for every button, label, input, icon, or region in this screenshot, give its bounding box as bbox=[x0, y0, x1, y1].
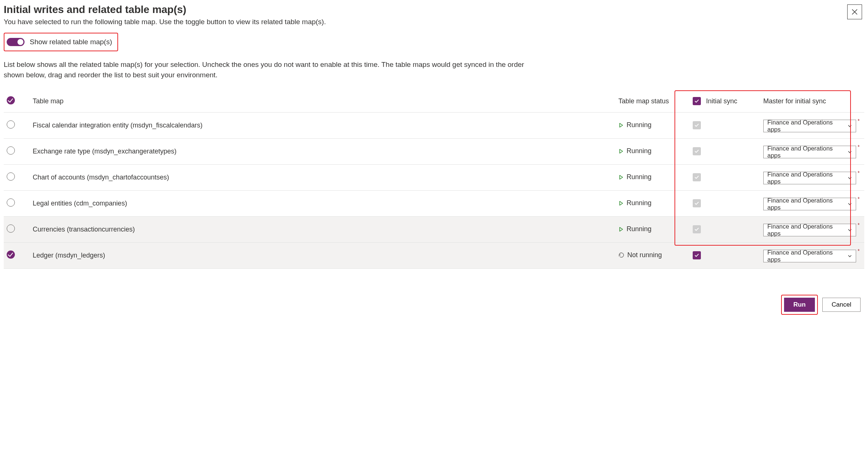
chevron-down-icon bbox=[848, 124, 852, 128]
cancel-button[interactable]: Cancel bbox=[822, 298, 861, 312]
master-select-value: Finance and Operations apps bbox=[767, 223, 845, 237]
master-select-value: Finance and Operations apps bbox=[767, 145, 845, 159]
table-row: Chart of accounts (msdyn_chartofaccounts… bbox=[4, 165, 864, 191]
table-row: Fiscal calendar integration entity (msdy… bbox=[4, 113, 864, 139]
row-select-radio[interactable] bbox=[7, 224, 15, 233]
initial-sync-checkbox bbox=[693, 173, 701, 181]
master-select-value: Finance and Operations apps bbox=[767, 119, 845, 133]
initial-sync-checkbox bbox=[693, 199, 701, 207]
col-master: Master for initial sync bbox=[760, 90, 864, 113]
not-running-icon bbox=[618, 252, 624, 258]
required-asterisk: * bbox=[858, 171, 859, 175]
select-all-radio[interactable] bbox=[7, 96, 15, 104]
row-status: Running bbox=[618, 225, 651, 233]
initial-sync-checkbox bbox=[693, 147, 701, 155]
play-icon bbox=[618, 123, 624, 128]
table-header-row: Table map Table map status Initial sync … bbox=[4, 90, 864, 113]
description: List below shows all the related table m… bbox=[4, 59, 546, 80]
dialog: Initial writes and related table map(s) … bbox=[4, 4, 864, 315]
row-name: Legal entities (cdm_companies) bbox=[30, 191, 615, 217]
toggle-label: Show related table map(s) bbox=[30, 38, 112, 46]
initial-sync-header-checkbox[interactable] bbox=[693, 97, 701, 105]
required-asterisk: * bbox=[858, 249, 859, 253]
row-status: Running bbox=[618, 199, 651, 207]
play-icon bbox=[618, 227, 624, 232]
table-wrap: Table map Table map status Initial sync … bbox=[4, 90, 864, 269]
master-select[interactable]: Finance and Operations apps bbox=[763, 224, 856, 236]
chevron-down-icon bbox=[848, 150, 852, 154]
initial-sync-checkbox bbox=[693, 225, 701, 233]
status-text: Running bbox=[627, 173, 651, 181]
col-initial-sync: Initial sync bbox=[706, 97, 737, 105]
status-text: Running bbox=[627, 121, 651, 129]
row-status: Running bbox=[618, 121, 651, 129]
master-select[interactable]: Finance and Operations apps bbox=[763, 146, 856, 158]
row-select-radio[interactable] bbox=[7, 120, 15, 129]
chevron-down-icon bbox=[848, 228, 852, 232]
status-text: Running bbox=[627, 225, 651, 233]
row-name: Currencies (transactioncurrencies) bbox=[30, 217, 615, 243]
row-select-radio[interactable] bbox=[7, 172, 15, 181]
row-status: Running bbox=[618, 147, 651, 155]
status-text: Running bbox=[627, 199, 651, 207]
row-status: Not running bbox=[618, 251, 662, 259]
row-name: Ledger (msdyn_ledgers) bbox=[30, 243, 615, 269]
master-select-value: Finance and Operations apps bbox=[767, 197, 845, 211]
master-select[interactable]: Finance and Operations apps bbox=[763, 120, 856, 132]
show-related-toggle[interactable] bbox=[7, 38, 25, 46]
table-row: Currencies (transactioncurrencies)Runnin… bbox=[4, 217, 864, 243]
play-icon bbox=[618, 175, 624, 180]
row-status: Running bbox=[618, 173, 651, 181]
required-asterisk: * bbox=[858, 223, 859, 227]
required-asterisk: * bbox=[858, 119, 859, 123]
row-select-radio[interactable] bbox=[7, 146, 15, 155]
row-name: Exchange rate type (msdyn_exchangeratety… bbox=[30, 139, 615, 165]
play-icon bbox=[618, 149, 624, 154]
chevron-down-icon bbox=[848, 176, 852, 180]
row-select-radio[interactable] bbox=[7, 250, 15, 259]
dialog-title: Initial writes and related table map(s) bbox=[4, 4, 864, 16]
table-row: Legal entities (cdm_companies)RunningFin… bbox=[4, 191, 864, 217]
footer: Run Cancel bbox=[4, 295, 864, 315]
play-icon bbox=[618, 201, 624, 206]
master-select[interactable]: Finance and Operations apps bbox=[763, 172, 856, 184]
status-text: Running bbox=[627, 147, 651, 155]
annotation-run-box: Run bbox=[781, 295, 818, 315]
table-row: Exchange rate type (msdyn_exchangeratety… bbox=[4, 139, 864, 165]
col-table-map: Table map bbox=[30, 90, 615, 113]
master-select[interactable]: Finance and Operations apps bbox=[763, 198, 856, 210]
col-status: Table map status bbox=[615, 90, 690, 113]
row-name: Fiscal calendar integration entity (msdy… bbox=[30, 113, 615, 139]
row-select-radio[interactable] bbox=[7, 198, 15, 207]
table-row: Ledger (msdyn_ledgers)Not runningFinance… bbox=[4, 243, 864, 269]
close-button[interactable] bbox=[847, 4, 862, 19]
master-select-value: Finance and Operations apps bbox=[767, 171, 845, 185]
close-icon bbox=[851, 9, 858, 15]
required-asterisk: * bbox=[858, 197, 859, 201]
chevron-down-icon bbox=[848, 202, 852, 206]
toggle-row: Show related table map(s) bbox=[4, 33, 118, 51]
chevron-down-icon bbox=[848, 254, 852, 258]
table-maps-table: Table map Table map status Initial sync … bbox=[4, 90, 864, 269]
status-text: Not running bbox=[627, 251, 662, 259]
master-select-value: Finance and Operations apps bbox=[767, 249, 845, 263]
master-select[interactable]: Finance and Operations apps bbox=[763, 250, 856, 262]
row-name: Chart of accounts (msdyn_chartofaccounts… bbox=[30, 165, 615, 191]
initial-sync-checkbox bbox=[693, 121, 701, 129]
required-asterisk: * bbox=[858, 145, 859, 149]
run-button[interactable]: Run bbox=[784, 298, 815, 312]
dialog-subtitle: You have selected to run the following t… bbox=[4, 18, 864, 26]
initial-sync-checkbox[interactable] bbox=[693, 251, 701, 259]
